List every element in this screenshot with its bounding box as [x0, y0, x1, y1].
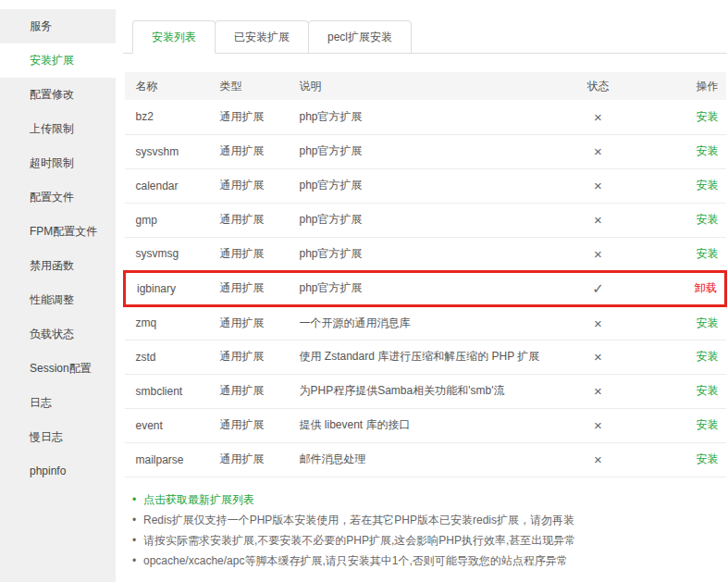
extension-description: php官方扩展 [289, 100, 552, 134]
install-link[interactable]: 安装 [697, 316, 719, 329]
sidebar-item-label: FPM配置文件 [30, 225, 97, 238]
note-item: Redis扩展仅支持一个PHP版本安装使用，若在其它PHP版本已安装redis扩… [123, 510, 727, 530]
extension-type: 通用扩展 [209, 374, 289, 408]
extension-description: 邮件消息处理 [289, 442, 552, 477]
extension-description: php官方扩展 [289, 203, 552, 237]
not-installed-cross-icon: × [552, 168, 645, 203]
sidebar-item[interactable]: 上传限制 [0, 112, 116, 146]
not-installed-cross-icon: × [552, 340, 645, 374]
sidebar-item[interactable]: phpinfo [0, 454, 116, 489]
sidebar-item-label: 性能调整 [30, 293, 74, 306]
sidebar-item-label: 日志 [30, 396, 52, 409]
table-row: event 通用扩展 提供 libevent 库的接口 × 安装 [125, 408, 726, 442]
install-link[interactable]: 安装 [697, 418, 719, 431]
extension-name: event [125, 408, 209, 442]
column-header: 状态 [552, 72, 645, 100]
sidebar-item[interactable]: 日志 [0, 386, 116, 420]
note-item: 请按实际需求安装扩展,不要安装不必要的PHP扩展,这会影响PHP执行效率,甚至出… [123, 530, 727, 551]
note-text: opcache/xcache/apc等脚本缓存扩展,请只安装其中1个,否则可能导… [143, 554, 568, 567]
not-installed-cross-icon: × [552, 442, 645, 477]
install-link[interactable]: 安装 [697, 144, 719, 157]
extension-type: 通用扩展 [209, 203, 289, 237]
sidebar-item-label: 配置文件 [30, 191, 74, 204]
sidebar-item[interactable]: 超时限制 [0, 146, 116, 180]
tab[interactable]: 已安装扩展 [215, 20, 309, 54]
sidebar-item-label: 上传限制 [30, 122, 74, 135]
sidebar-item-label: 安装扩展 [30, 54, 74, 67]
installed-check-icon: ✓ [552, 271, 645, 305]
sidebar-item[interactable]: Session配置 [0, 352, 116, 386]
extension-type: 通用扩展 [209, 442, 289, 477]
tab[interactable]: pecl扩展安装 [308, 20, 412, 54]
sidebar-item[interactable]: 慢日志 [0, 420, 116, 454]
extension-description: php官方扩展 [289, 271, 552, 305]
column-header: 类型 [209, 72, 289, 100]
extension-name: gmp [125, 203, 209, 237]
extension-description: 一个开源的通用消息库 [289, 305, 552, 340]
not-installed-cross-icon: × [552, 237, 645, 271]
install-link[interactable]: 安装 [697, 213, 719, 226]
install-link[interactable]: 安装 [697, 110, 719, 123]
note-text: 请按实际需求安装扩展,不要安装不必要的PHP扩展,这会影响PHP执行效率,甚至出… [143, 534, 575, 547]
not-installed-cross-icon: × [552, 134, 645, 168]
sidebar-item-label: 配置修改 [30, 88, 74, 101]
sidebar-item-label: 禁用函数 [30, 259, 74, 272]
tab-label: pecl扩展安装 [327, 31, 392, 43]
sidebar-item-label: 负载状态 [30, 328, 74, 341]
extension-type: 通用扩展 [209, 305, 289, 340]
sidebar-item-label: 慢日志 [30, 430, 63, 443]
uninstall-link[interactable]: 卸载 [695, 281, 717, 294]
not-installed-cross-icon: × [552, 408, 645, 442]
table-row: zmq 通用扩展 一个开源的通用消息库 × 安装 [125, 305, 726, 340]
table-row: gmp 通用扩展 php官方扩展 × 安装 [125, 203, 726, 237]
sidebar-item[interactable]: 负载状态 [0, 317, 116, 352]
notes-list: 点击获取最新扩展列表 Redis扩展仅支持一个PHP版本安装使用，若在其它PHP… [123, 489, 727, 571]
table-row: mailparse 通用扩展 邮件消息处理 × 安装 [125, 442, 726, 477]
tab-bar: 安装列表 已安装扩展 pecl扩展安装 [123, 20, 727, 54]
sidebar-item[interactable]: 禁用函数 [0, 249, 116, 283]
extension-name: calendar [125, 168, 209, 203]
tab-label: 安装列表 [152, 31, 196, 43]
sidebar-item[interactable]: 性能调整 [0, 283, 116, 317]
content-area: 安装列表 已安装扩展 pecl扩展安装 名称 类型 说明 状态 操作 bz2 通… [123, 20, 727, 571]
extension-type: 通用扩展 [209, 340, 289, 374]
sidebar-item[interactable]: FPM配置文件 [0, 215, 116, 249]
extension-description: 提供 libevent 库的接口 [289, 408, 552, 442]
sidebar-item-label: Session配置 [30, 362, 92, 375]
extension-type: 通用扩展 [209, 408, 289, 442]
install-link[interactable]: 安装 [697, 179, 719, 192]
extension-type: 通用扩展 [209, 134, 289, 168]
install-link[interactable]: 安装 [697, 350, 719, 363]
extension-name: smbclient [125, 374, 209, 408]
table-row: igbinary 通用扩展 php官方扩展 ✓ 卸载 [125, 271, 726, 305]
sidebar-item[interactable]: 安装扩展 [0, 43, 116, 78]
install-link[interactable]: 安装 [697, 452, 719, 465]
table-header: 名称 类型 说明 状态 操作 [125, 72, 726, 100]
tab-label: 已安装扩展 [234, 31, 290, 43]
table-row: sysvmsg 通用扩展 php官方扩展 × 安装 [125, 237, 726, 271]
extension-type: 通用扩展 [209, 100, 289, 134]
table-row: smbclient 通用扩展 为PHP程序提供Samba相关功能和'smb'流 … [125, 374, 726, 408]
table-row: bz2 通用扩展 php官方扩展 × 安装 [125, 100, 726, 134]
table-row: calendar 通用扩展 php官方扩展 × 安装 [125, 168, 726, 203]
sidebar-item[interactable]: 服务 [0, 9, 116, 43]
refresh-extension-list-link[interactable]: 点击获取最新扩展列表 [123, 489, 727, 510]
extension-type: 通用扩展 [209, 237, 289, 271]
not-installed-cross-icon: × [552, 374, 645, 408]
sidebar-item[interactable]: 配置修改 [0, 78, 116, 112]
sidebar-item[interactable]: 配置文件 [0, 180, 116, 215]
php-extension-manager: 服务 安装扩展 配置修改 上传限制 超时限制 配置文件 FPM配置文件 禁用函数… [0, 0, 728, 582]
tab[interactable]: 安装列表 [132, 20, 216, 54]
extension-description: 为PHP程序提供Samba相关功能和'smb'流 [289, 374, 552, 408]
install-link[interactable]: 安装 [697, 247, 719, 260]
extension-name: zstd [125, 340, 209, 374]
note-item: opcache/xcache/apc等脚本缓存扩展,请只安装其中1个,否则可能导… [123, 551, 727, 571]
extension-name: igbinary [125, 271, 209, 305]
install-link[interactable]: 安装 [697, 384, 719, 397]
extension-name: sysvmsg [125, 237, 209, 271]
column-header: 名称 [125, 72, 209, 100]
column-header: 说明 [289, 72, 552, 100]
extension-description: 使用 Zstandard 库进行压缩和解压缩的 PHP 扩展 [289, 340, 552, 374]
extension-table-body: bz2 通用扩展 php官方扩展 × 安装 sysvshm 通用扩展 php官方… [125, 100, 726, 477]
extension-type: 通用扩展 [209, 271, 289, 305]
